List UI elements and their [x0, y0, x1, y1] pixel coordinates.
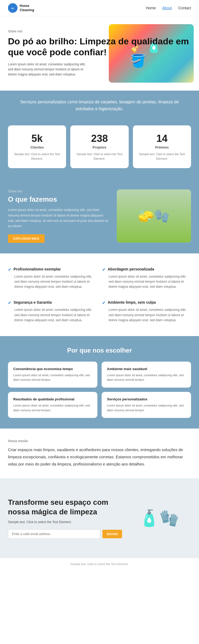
services-banner: Serviços personalizados como limpeza de … — [0, 91, 199, 120]
feature-item-professionalism: ✔ Profissionalismo exemplar Lorem ipsum … — [8, 264, 97, 292]
stat-label-clients: Clientes — [13, 145, 61, 149]
feature-title-security: Segurança e Garantia — [14, 300, 52, 305]
nav-link-contact[interactable]: Contact — [178, 6, 191, 10]
check-icon-professionalism: ✔ — [8, 267, 11, 272]
features-grid: ✔ Profissionalismo exemplar Lorem ipsum … — [8, 264, 191, 325]
about-image — [117, 189, 191, 243]
hero-section: Sobre nós Do pó ao brilho: Limpeza de qu… — [0, 16, 199, 91]
feature-title-row-3: ✔ Segurança e Garantia — [8, 300, 97, 305]
mission-section: Nossa missão Criar espaços mais limpos, … — [0, 429, 199, 478]
nav-links: Home About Contact — [146, 6, 191, 10]
why-card-title-services: Serviços personalizados — [107, 397, 186, 401]
feature-desc-professionalism: Lorem ipsum dolor sit amet, consetetur s… — [8, 274, 97, 290]
feature-title-personalized: Abordagem personalizada — [108, 267, 154, 272]
feature-title-professionalism: Profissionalismo exemplar — [14, 267, 61, 272]
cta-section: Transforme seu espaço com nossa mágica d… — [0, 478, 199, 558]
feature-title-environment: Ambiente limpo, sem culpa — [108, 300, 156, 305]
cta-image — [127, 489, 191, 547]
features-section: ✔ Profissionalismo exemplar Lorem ipsum … — [0, 253, 199, 336]
why-card-desc-healthy: Lorem ipsum dolor sit amet, consetetur s… — [107, 373, 186, 382]
svg-text:HC: HC — [11, 7, 14, 10]
mission-label: Nossa missão — [8, 439, 191, 443]
about-section: Sobre nós O que fazemos Lorem ipsum dolo… — [0, 179, 199, 253]
feature-title-row-4: ✔ Ambiente limpo, sem culpa — [102, 300, 191, 305]
hero-label: Sobre nós — [8, 29, 191, 33]
why-section: Por que nos escolher Conveniência que ec… — [0, 336, 199, 429]
about-content: Sobre nós O que fazemos Lorem ipsum dolo… — [8, 189, 109, 243]
hero-description: Lorem ipsum dolor sit amet, consetetur s… — [8, 62, 88, 77]
hero-title: Do pó ao brilho: Limpeza de qualidade em… — [8, 36, 191, 58]
about-image-placeholder — [117, 189, 191, 243]
logo-icon: HC — [8, 3, 18, 13]
email-input[interactable] — [8, 529, 100, 539]
explore-more-button[interactable]: EXPLORAR MAIS — [8, 234, 45, 243]
why-card-quality: Resultados de qualidade profissional Lor… — [8, 392, 97, 418]
feature-desc-security: Lorem ipsum dolor sit amet, consetetur s… — [8, 307, 97, 323]
services-banner-text: Serviços personalizados como limpeza de … — [16, 99, 183, 112]
check-icon-personalized: ✔ — [102, 267, 106, 272]
navigation: HC Home Cleaning Home About Contact — [0, 0, 199, 16]
check-icon-environment: ✔ — [102, 300, 106, 305]
why-card-convenience: Conveniência que economiza tempo Lorem i… — [8, 362, 97, 388]
nav-link-about[interactable]: About — [162, 6, 172, 10]
check-icon-security: ✔ — [8, 300, 11, 305]
feature-item-personalized: ✔ Abordagem personalizada Lorem ipsum do… — [102, 264, 191, 292]
cta-title: Transforme seu espaço com nossa mágica d… — [8, 498, 122, 517]
feature-desc-environment: Lorem ipsum dolor sit amet, consetetur s… — [102, 307, 191, 323]
stat-desc-clients: Sample text. Click to select the Text El… — [13, 152, 61, 161]
why-card-healthy: Ambiente mais saudável Lorem ipsum dolor… — [102, 362, 191, 388]
stat-desc-awards: Sample text. Click to select the Text El… — [138, 152, 186, 161]
stat-number-awards: 14 — [138, 133, 186, 144]
stat-number-clients: 5k — [13, 133, 61, 144]
cta-image-placeholder — [127, 489, 191, 547]
stat-card-projects: 238 Projetos Sample text. Click to selec… — [70, 125, 128, 168]
nav-link-home[interactable]: Home — [146, 6, 156, 10]
submit-button[interactable]: ENVIAR — [102, 530, 122, 538]
footer-sample-text: Sample text. Click to select the Text El… — [8, 562, 191, 566]
why-card-desc-services: Lorem ipsum dolor sit amet, consetetur s… — [107, 403, 186, 413]
why-card-title-healthy: Ambiente mais saudável — [107, 367, 186, 371]
about-label: Sobre nós — [8, 189, 109, 193]
stat-label-projects: Projetos — [76, 145, 123, 149]
feature-item-environment: ✔ Ambiente limpo, sem culpa Lorem ipsum … — [102, 297, 191, 325]
cta-content: Transforme seu espaço com nossa mágica d… — [8, 498, 122, 539]
stat-number-projects: 238 — [76, 133, 123, 144]
logo: HC Home Cleaning — [8, 3, 34, 13]
stat-desc-projects: Sample text. Click to select the Text El… — [76, 152, 123, 161]
why-card-desc-convenience: Lorem ipsum dolor sit amet, consetetur s… — [13, 373, 92, 382]
why-title: Por que nos escolher — [8, 347, 191, 354]
stat-card-awards: 14 Prêmios Sample text. Click to select … — [133, 125, 191, 168]
why-card-desc-quality: Lorem ipsum dolor sit amet, consetetur s… — [13, 403, 92, 413]
cta-subtitle: Sample text. Click to select the Text El… — [8, 520, 122, 524]
about-description: Lorem ipsum dolor sit amet, consetetur s… — [8, 207, 109, 229]
hero-content: Sobre nós Do pó ao brilho: Limpeza de qu… — [8, 29, 191, 77]
mission-text: Criar espaços mais limpos, saudáveis e a… — [8, 446, 191, 468]
why-card-services: Serviços personalizados Lorem ipsum dolo… — [102, 392, 191, 418]
why-card-title-convenience: Conveniência que economiza tempo — [13, 367, 92, 371]
stat-card-clients: 5k Clientes Sample text. Click to select… — [8, 125, 66, 168]
stats-section: 5k Clientes Sample text. Click to select… — [0, 120, 199, 179]
cta-form: ENVIAR — [8, 529, 122, 539]
about-title: O que fazemos — [8, 195, 109, 204]
footer: Sample text. Click to select the Text El… — [0, 558, 199, 570]
stat-label-awards: Prêmios — [138, 145, 186, 149]
feature-title-row-2: ✔ Abordagem personalizada — [102, 267, 191, 272]
feature-desc-personalized: Lorem ipsum dolor sit amet, consetetur s… — [102, 274, 191, 290]
feature-item-security: ✔ Segurança e Garantia Lorem ipsum dolor… — [8, 297, 97, 325]
feature-title-row: ✔ Profissionalismo exemplar — [8, 267, 97, 272]
stats-grid: 5k Clientes Sample text. Click to select… — [8, 125, 191, 168]
logo-text: Home Cleaning — [20, 4, 34, 12]
why-card-title-quality: Resultados de qualidade profissional — [13, 397, 92, 401]
why-grid: Conveniência que economiza tempo Lorem i… — [8, 362, 191, 418]
